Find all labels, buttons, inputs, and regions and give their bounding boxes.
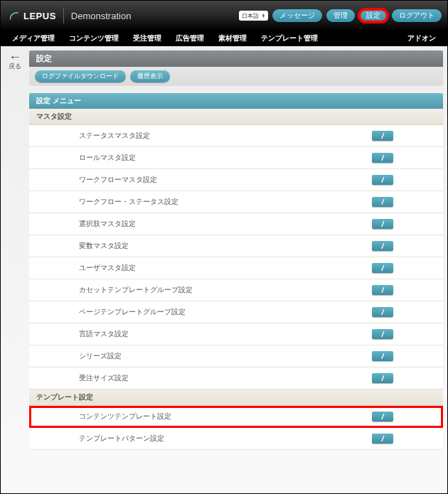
row-label: ワークフローマスタ設定 (79, 175, 372, 185)
nav-contents[interactable]: コンテンツ管理 (65, 33, 123, 43)
settings-row: ロールマスタ設定/ (29, 147, 443, 169)
dropdown-icon: ▲▼ (262, 14, 265, 18)
sub-nav: メディア管理 コンテンツ管理 受注管理 広告管理 素材管理 テンプレート管理 ア… (1, 31, 447, 46)
edit-button[interactable]: / (372, 412, 393, 421)
download-log-button[interactable]: ログファイルダウンロード (35, 70, 126, 82)
edit-button[interactable]: / (372, 329, 393, 339)
row-label: コンテンツテンプレート設定 (79, 412, 372, 421)
settings-row: ユーザマスタ設定/ (29, 257, 443, 279)
category-header: マスタ設定 (29, 109, 443, 125)
edit-button[interactable]: / (372, 197, 393, 207)
settings-row: ページテンプレートグループ設定/ (29, 301, 443, 323)
edit-icon: / (381, 198, 383, 205)
separator (63, 8, 64, 23)
edit-icon: / (381, 435, 383, 442)
manage-button[interactable]: 管理 (326, 9, 355, 22)
edit-icon: / (381, 220, 383, 227)
logo-text: LEPUS (23, 11, 56, 21)
edit-icon: / (381, 375, 383, 382)
edit-button[interactable]: / (372, 285, 393, 295)
logo: LEPUS (9, 11, 56, 21)
row-label: 受注サイズ設定 (79, 373, 372, 383)
settings-row: 言語マスタ設定/ (29, 323, 443, 345)
logout-button[interactable]: ログアウト (392, 9, 442, 22)
nav-orders[interactable]: 受注管理 (129, 33, 166, 43)
subtitle: Demonstration (71, 11, 132, 21)
edit-icon: / (381, 308, 383, 316)
edit-button[interactable]: / (372, 153, 393, 163)
edit-button[interactable]: / (372, 219, 393, 229)
settings-row: ステータスマスタ設定/ (29, 125, 443, 147)
row-label: 変数マスタ設定 (79, 241, 372, 251)
section-header: 設定 メニュー (29, 93, 443, 109)
row-label: テンプレートパターン設定 (79, 434, 372, 444)
back-arrow-icon: ← (5, 52, 25, 62)
settings-row: 選択肢マスタ設定/ (29, 213, 443, 235)
settings-row: カセットテンプレートグループ設定/ (29, 279, 443, 301)
row-label: ユーザマスタ設定 (79, 263, 372, 273)
row-label: ステータスマスタ設定 (79, 131, 372, 141)
edit-button[interactable]: / (372, 373, 393, 383)
edit-icon: / (381, 353, 383, 360)
back-label: 戻る (5, 62, 25, 71)
edit-icon: / (381, 154, 383, 161)
row-label: 選択肢マスタ設定 (79, 219, 372, 229)
edit-icon: / (381, 286, 383, 294)
action-bar: ログファイルダウンロード 履歴表示 (29, 67, 443, 86)
edit-icon: / (381, 413, 383, 420)
settings-row: 受注サイズ設定/ (29, 367, 443, 390)
nav-materials[interactable]: 素材管理 (214, 33, 251, 43)
settings-button[interactable]: 設定 (359, 9, 388, 22)
page-title: 設定 (29, 50, 443, 67)
edit-icon: / (381, 242, 383, 249)
top-bar: LEPUS Demonstration 日本語 ▲▼ メッセージ 管理 設定 ロ… (1, 1, 447, 31)
settings-row: ワークフロー・ステータス設定/ (29, 191, 443, 213)
nav-addon[interactable]: アドオン (403, 33, 440, 43)
row-label: カセットテンプレートグループ設定 (79, 285, 372, 295)
edit-icon: / (381, 132, 383, 139)
nav-media[interactable]: メディア管理 (8, 33, 59, 43)
nav-ads[interactable]: 広告管理 (171, 33, 208, 43)
language-label: 日本語 (242, 12, 259, 20)
settings-row: テンプレートパターン設定/ (29, 428, 443, 450)
row-label: シリーズ設定 (79, 351, 372, 361)
edit-icon: / (381, 331, 383, 338)
category-header: テンプレート設定 (29, 390, 443, 406)
history-button[interactable]: 履歴表示 (130, 70, 170, 82)
row-label: 言語マスタ設定 (79, 329, 372, 339)
language-selector[interactable]: 日本語 ▲▼ (239, 11, 268, 21)
message-button[interactable]: メッセージ (272, 9, 322, 22)
settings-row: コンテンツテンプレート設定/ (29, 406, 443, 428)
edit-button[interactable]: / (372, 307, 393, 317)
edit-button[interactable]: / (372, 175, 393, 185)
row-label: ワークフロー・ステータス設定 (79, 197, 372, 207)
edit-icon: / (381, 264, 383, 272)
edit-button[interactable]: / (372, 131, 393, 141)
edit-button[interactable]: / (372, 263, 393, 273)
edit-button[interactable]: / (372, 241, 393, 251)
edit-button[interactable]: / (372, 434, 393, 444)
edit-icon: / (381, 176, 383, 183)
settings-row: ワークフローマスタ設定/ (29, 169, 443, 191)
nav-templates[interactable]: テンプレート管理 (257, 33, 322, 43)
row-label: ページテンプレートグループ設定 (79, 307, 372, 317)
settings-row: シリーズ設定/ (29, 345, 443, 367)
logo-arc-icon (9, 11, 19, 21)
settings-row: 変数マスタ設定/ (29, 235, 443, 257)
edit-button[interactable]: / (372, 351, 393, 361)
back-button[interactable]: ← 戻る (5, 50, 25, 450)
row-label: ロールマスタ設定 (79, 153, 372, 163)
